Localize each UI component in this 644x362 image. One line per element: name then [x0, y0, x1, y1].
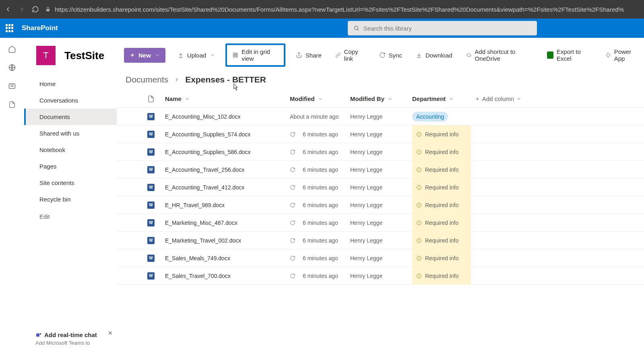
refresh-icon [290, 149, 295, 155]
add-shortcut-button[interactable]: Add shortcut to OneDrive [461, 45, 539, 65]
brand-label[interactable]: SharePoint [22, 24, 58, 32]
col-modified-by[interactable]: Modified By [350, 95, 412, 102]
nav-item-documents[interactable]: Documents [24, 109, 117, 125]
file-row[interactable]: E_Marketing_Travel_002.docx6 minutes ago… [117, 232, 644, 249]
required-info-badge[interactable]: Required info [412, 267, 471, 285]
file-row[interactable]: E_Sales_Meals_749.docx6 minutes agoHenry… [117, 249, 644, 267]
grid-header: Name Modified Modified By Department Add… [117, 90, 644, 108]
globe-icon[interactable] [8, 64, 16, 72]
download-button[interactable]: Download [411, 49, 457, 62]
new-button[interactable]: New [124, 48, 165, 63]
export-excel-button[interactable]: Export to Excel [542, 45, 597, 65]
required-info-badge[interactable]: Required info [412, 161, 471, 179]
file-name[interactable]: E_HR_Travel_989.docx [165, 202, 225, 208]
refresh-icon [290, 255, 295, 261]
nav-item-notebook[interactable]: Notebook [24, 142, 117, 158]
edit-grid-view-button[interactable]: Edit in grid view [225, 43, 285, 67]
site-logo[interactable]: T [36, 46, 56, 65]
file-name[interactable]: E_Accounting_Supplies_586.docx [165, 149, 251, 155]
address-bar[interactable]: https://citizenbuilders.sharepoint.com/s… [45, 6, 640, 13]
file-row[interactable]: E_Accounting_Misc_102.docxAbout a minute… [117, 108, 644, 125]
modified-date: About a minute ago [290, 113, 339, 120]
file-row[interactable]: E_Accounting_Supplies_586.docx6 minutes … [117, 143, 644, 161]
file-row[interactable]: E_Accounting_Supplies_574.docx6 minutes … [117, 125, 644, 143]
search-input[interactable] [363, 25, 531, 32]
back-button[interactable] [4, 5, 12, 13]
files-icon[interactable] [8, 101, 16, 109]
chevron-down-icon [449, 97, 454, 101]
pointer-cursor-icon [231, 82, 239, 92]
modified-by[interactable]: Henry Legge [350, 255, 382, 261]
required-info-badge[interactable]: Required info [412, 125, 471, 143]
edit-grid-label: Edit in grid view [242, 48, 278, 62]
nav-item-pages[interactable]: Pages [24, 158, 117, 175]
onedrive-icon [466, 52, 472, 58]
modified-by[interactable]: Henry Legge [350, 131, 382, 138]
file-name[interactable]: E_Accounting_Travel_412.docx [165, 184, 244, 191]
lock-icon [45, 6, 51, 12]
modified-by[interactable]: Henry Legge [350, 149, 382, 155]
required-info-badge[interactable]: Required info [412, 196, 471, 214]
upload-label: Upload [187, 52, 206, 59]
share-label: Share [305, 52, 322, 59]
app-launcher-icon[interactable] [6, 24, 14, 32]
col-department[interactable]: Department [412, 95, 475, 102]
col-modified[interactable]: Modified [290, 95, 350, 102]
upload-button[interactable]: Upload [173, 49, 220, 62]
file-name[interactable]: E_Accounting_Supplies_574.docx [165, 131, 251, 138]
file-name[interactable]: E_Sales_Meals_749.docx [165, 255, 230, 261]
file-row[interactable]: E_HR_Travel_989.docx6 minutes agoHenry L… [117, 196, 644, 214]
file-name[interactable]: E_Sales_Travel_700.docx [165, 273, 231, 279]
word-icon [147, 113, 155, 120]
required-info-badge[interactable]: Required info [412, 179, 471, 196]
modified-by[interactable]: Henry Legge [350, 113, 382, 120]
svg-point-27 [419, 188, 419, 189]
close-icon[interactable]: ✕ [108, 330, 113, 336]
reload-button[interactable] [31, 5, 39, 13]
copy-link-label: Copy link [344, 48, 365, 62]
file-row[interactable]: E_Marketing_Misc_487.docx6 minutes agoHe… [117, 214, 644, 232]
search-icon [353, 25, 359, 31]
modified-by[interactable]: Henry Legge [350, 237, 382, 244]
col-name[interactable]: Name [165, 95, 290, 102]
nav-item-site-contents[interactable]: Site contents [24, 175, 117, 191]
copy-link-button[interactable]: Copy link [330, 45, 370, 65]
required-info-badge[interactable]: Required info [412, 249, 471, 267]
nav-item-shared-with-us[interactable]: Shared with us [24, 125, 117, 142]
nav-edit-link[interactable]: Edit [24, 208, 117, 225]
required-info-badge[interactable]: Required info [412, 214, 471, 232]
modified-by[interactable]: Henry Legge [350, 220, 382, 226]
nav-item-conversations[interactable]: Conversations [24, 92, 117, 109]
required-info-badge[interactable]: Required info [412, 143, 471, 161]
required-info-badge[interactable]: Required info [412, 232, 471, 249]
modified-date: 6 minutes ago [303, 237, 338, 244]
nav-item-home[interactable]: Home [24, 76, 117, 92]
plus-icon [475, 97, 480, 101]
file-row[interactable]: E_Accounting_Travel_256.docx6 minutes ag… [117, 161, 644, 179]
file-name[interactable]: E_Marketing_Travel_002.docx [165, 237, 241, 244]
power-apps-button[interactable]: Power App [601, 45, 644, 65]
forward-button[interactable] [18, 5, 26, 13]
add-column-button[interactable]: Add column [475, 95, 527, 102]
refresh-icon [290, 167, 295, 173]
file-name[interactable]: E_Marketing_Misc_487.docx [165, 220, 237, 226]
modified-by[interactable]: Henry Legge [350, 202, 382, 208]
file-name[interactable]: E_Accounting_Misc_102.docx [165, 113, 241, 120]
file-type-header-icon[interactable] [147, 95, 165, 103]
nav-item-recycle-bin[interactable]: Recycle bin [24, 191, 117, 208]
modified-by[interactable]: Henry Legge [350, 167, 382, 173]
word-icon [147, 184, 155, 191]
file-row[interactable]: E_Sales_Travel_700.docx6 minutes agoHenr… [117, 267, 644, 285]
news-icon[interactable] [8, 82, 16, 90]
svg-rect-0 [46, 9, 50, 11]
svg-rect-43 [36, 333, 39, 337]
file-name[interactable]: E_Accounting_Travel_256.docx [165, 167, 244, 173]
modified-by[interactable]: Henry Legge [350, 184, 382, 191]
search-box[interactable] [348, 21, 537, 35]
share-button[interactable]: Share [291, 49, 326, 62]
home-icon[interactable] [8, 45, 16, 53]
sync-button[interactable]: Sync [374, 49, 407, 62]
file-row[interactable]: E_Accounting_Travel_412.docx6 minutes ag… [117, 179, 644, 196]
modified-by[interactable]: Henry Legge [350, 273, 382, 279]
breadcrumb-root[interactable]: Documents [126, 75, 168, 84]
